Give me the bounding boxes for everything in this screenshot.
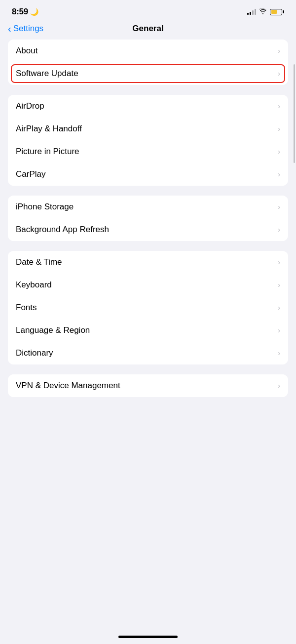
settings-label-vpn-device-management: VPN & Device Management <box>16 381 120 391</box>
settings-label-dictionary: Dictionary <box>16 348 53 358</box>
chevron-icon-picture-in-picture: › <box>278 148 280 156</box>
settings-row-dictionary[interactable]: Dictionary› <box>8 342 288 364</box>
scrollbar <box>294 64 295 163</box>
settings-label-airdrop: AirDrop <box>16 101 44 111</box>
settings-row-carplay[interactable]: CarPlay› <box>8 163 288 186</box>
chevron-icon-software-update: › <box>278 70 280 78</box>
settings-row-airdrop[interactable]: AirDrop› <box>8 95 288 118</box>
chevron-icon-dictionary: › <box>278 349 280 357</box>
chevron-icon-keyboard: › <box>278 281 280 289</box>
nav-header: ‹ Settings General <box>0 20 296 40</box>
battery-icon <box>270 9 284 15</box>
chevron-icon-carplay: › <box>278 170 280 178</box>
signal-icon <box>247 9 256 15</box>
settings-label-carplay: CarPlay <box>16 169 45 179</box>
settings-label-software-update: Software Update <box>16 69 78 79</box>
settings-row-iphone-storage[interactable]: iPhone Storage› <box>8 196 288 218</box>
settings-row-background-app-refresh[interactable]: Background App Refresh› <box>8 218 288 241</box>
chevron-icon-airplay-handoff: › <box>278 125 280 133</box>
settings-row-vpn-device-management[interactable]: VPN & Device Management› <box>8 374 288 397</box>
settings-row-keyboard[interactable]: Keyboard› <box>8 274 288 296</box>
settings-label-about: About <box>16 46 37 56</box>
back-button[interactable]: ‹ Settings <box>8 24 43 34</box>
chevron-icon-iphone-storage: › <box>278 203 280 211</box>
status-bar: 8:59 🌙 <box>0 0 296 20</box>
settings-label-airplay-handoff: AirPlay & Handoff <box>16 124 82 134</box>
wifi-icon <box>259 7 267 16</box>
settings-label-fonts: Fonts <box>16 303 37 313</box>
settings-label-keyboard: Keyboard <box>16 280 52 290</box>
chevron-icon-fonts: › <box>278 304 280 312</box>
settings-label-background-app-refresh: Background App Refresh <box>16 225 109 235</box>
settings-content: About›Software Update›AirDrop›AirPlay & … <box>0 40 296 397</box>
settings-row-language-region[interactable]: Language & Region› <box>8 319 288 342</box>
settings-label-picture-in-picture: Picture in Picture <box>16 147 79 157</box>
settings-row-fonts[interactable]: Fonts› <box>8 296 288 319</box>
chevron-icon-background-app-refresh: › <box>278 226 280 234</box>
settings-row-airplay-handoff[interactable]: AirPlay & Handoff› <box>8 118 288 140</box>
settings-group-group2: AirDrop›AirPlay & Handoff›Picture in Pic… <box>8 95 288 186</box>
chevron-icon-airdrop: › <box>278 102 280 110</box>
chevron-icon-vpn-device-management: › <box>278 382 280 390</box>
settings-label-language-region: Language & Region <box>16 325 90 335</box>
back-chevron-icon: ‹ <box>8 24 11 34</box>
status-icons <box>247 7 284 16</box>
settings-row-picture-in-picture[interactable]: Picture in Picture› <box>8 140 288 163</box>
settings-row-software-update[interactable]: Software Update› <box>8 62 288 85</box>
chevron-icon-date-time: › <box>278 258 280 266</box>
settings-label-iphone-storage: iPhone Storage <box>16 202 74 212</box>
chevron-icon-about: › <box>278 47 280 55</box>
settings-group-group5: VPN & Device Management› <box>8 374 288 397</box>
back-label: Settings <box>13 24 43 34</box>
settings-label-date-time: Date & Time <box>16 257 62 267</box>
chevron-icon-language-region: › <box>278 326 280 334</box>
settings-row-date-time[interactable]: Date & Time› <box>8 251 288 274</box>
settings-row-about[interactable]: About› <box>8 40 288 62</box>
page-title: General <box>132 24 163 34</box>
status-time: 8:59 🌙 <box>12 7 38 17</box>
home-indicator <box>118 636 178 638</box>
settings-group-group1: About›Software Update› <box>8 40 288 85</box>
settings-group-group4: Date & Time›Keyboard›Fonts›Language & Re… <box>8 251 288 364</box>
settings-group-group3: iPhone Storage›Background App Refresh› <box>8 196 288 241</box>
